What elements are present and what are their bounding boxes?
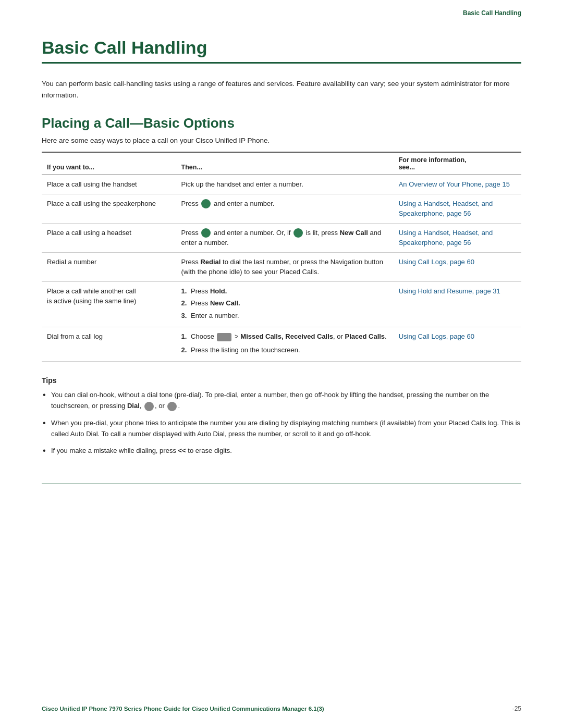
table-row: Dial from a call log 1. Choose > Missed … — [42, 327, 521, 362]
row3-col2: Press and enter a number. Or, if is lit,… — [176, 223, 394, 252]
col2-header: Then... — [176, 152, 394, 175]
row6-link: Using Call Logs, page 60 — [399, 332, 474, 340]
table-row: Place a call using the speakerphone Pres… — [42, 194, 521, 223]
intro-paragraph: You can perform basic call-handling task… — [42, 78, 521, 101]
row5-link: Using Hold and Resume, page 31 — [399, 287, 500, 295]
row5-col2: 1. Press Hold. 2. Press New Call. 3. Ent… — [176, 281, 394, 327]
speaker-icon — [201, 199, 211, 208]
table-row: Place a call using a headset Press and e… — [42, 223, 521, 252]
row2-col2: Press and enter a number. — [176, 194, 394, 223]
chapter-header: Basic Call Handling — [0, 0, 563, 22]
footer-rule — [42, 484, 521, 484]
row1-col2: Pick up the handset and enter a number. — [176, 175, 394, 194]
row4-col1: Redial a number — [42, 252, 176, 281]
headset-icon2 — [293, 228, 303, 238]
row6-col1: Dial from a call log — [42, 327, 176, 362]
row1-link: An Overview of Your Phone, page 15 — [399, 180, 510, 188]
row1-col3: An Overview of Your Phone, page 15 — [394, 175, 521, 194]
row2-col3: Using a Handset, Headset, and Speakerpho… — [394, 194, 521, 223]
dial-icon1 — [144, 402, 154, 411]
row6-col2: 1. Choose > Missed Calls, Received Calls… — [176, 327, 394, 362]
footer: Cisco Unified IP Phone 7970 Series Phone… — [0, 705, 563, 712]
row6-col3: Using Call Logs, page 60 — [394, 327, 521, 362]
page-container: Basic Call Handling Basic Call Handling … — [0, 0, 563, 728]
tip-item: When you pre-dial, your phone tries to a… — [42, 418, 521, 440]
tips-section: Tips You can dial on-hook, without a dia… — [42, 376, 521, 456]
page-title: Basic Call Handling — [42, 38, 521, 58]
title-rule — [42, 62, 521, 64]
col1-header: If you want to... — [42, 152, 176, 175]
row5-col3: Using Hold and Resume, page 31 — [394, 281, 521, 327]
footer-page-number: -25 — [512, 705, 521, 712]
row5-col1: Place a call while another callis active… — [42, 281, 176, 327]
row1-col1: Place a call using the handset — [42, 175, 176, 194]
footer-left-text: Cisco Unified IP Phone 7970 Series Phone… — [42, 706, 324, 712]
chapter-title: Basic Call Handling — [463, 9, 521, 17]
row2-col1: Place a call using the speakerphone — [42, 194, 176, 223]
row4-col2: Press Redial to dial the last number, or… — [176, 252, 394, 281]
menu-icon — [217, 333, 231, 341]
col3-header: For more information, see... — [394, 152, 521, 175]
row4-link: Using Call Logs, page 60 — [399, 258, 474, 266]
tip-item: You can dial on-hook, without a dial ton… — [42, 390, 521, 412]
section-subtitle: Here are some easy ways to place a call … — [42, 137, 521, 144]
row3-link: Using a Handset, Headset, and Speakerpho… — [399, 229, 493, 247]
tips-list: You can dial on-hook, without a dial ton… — [42, 390, 521, 456]
tip-item: If you make a mistake while dialing, pre… — [42, 446, 521, 456]
table-row: Place a call using the handset Pick up t… — [42, 175, 521, 194]
section-title: Placing a Call—Basic Options — [42, 115, 521, 131]
row3-col3: Using a Handset, Headset, and Speakerpho… — [394, 223, 521, 252]
row2-link: Using a Handset, Headset, and Speakerpho… — [399, 200, 493, 218]
dial-icon2 — [167, 402, 177, 411]
table-row: Place a call while another callis active… — [42, 281, 521, 327]
headset-icon1 — [201, 228, 211, 238]
table-row: Redial a number Press Redial to dial the… — [42, 252, 521, 281]
main-content: Basic Call Handling You can perform basi… — [0, 22, 563, 484]
table-header-row: If you want to... Then... For more infor… — [42, 152, 521, 175]
row3-col1: Place a call using a headset — [42, 223, 176, 252]
call-handling-table: If you want to... Then... For more infor… — [42, 152, 521, 362]
tips-title: Tips — [42, 376, 521, 385]
row4-col3: Using Call Logs, page 60 — [394, 252, 521, 281]
